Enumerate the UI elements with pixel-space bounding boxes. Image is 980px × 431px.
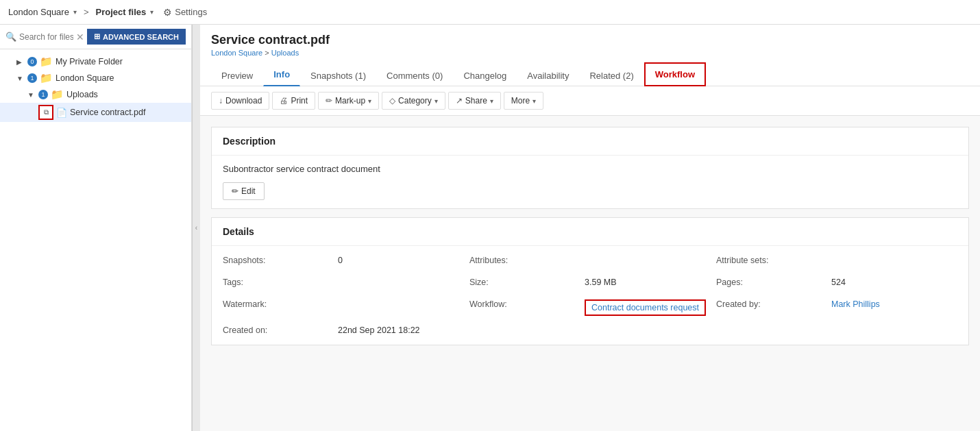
tab-comments-label: Comments (0) (387, 71, 443, 81)
tree-item-london[interactable]: ▼ 1 📁 London Square (0, 70, 191, 86)
tab-info[interactable]: Info (263, 63, 300, 86)
advanced-search-button[interactable]: ⊞ ADVANCED SEARCH (87, 29, 186, 45)
folder-icon-london: 📁 (40, 72, 53, 84)
tabs: Preview Info Snapshots (1) Comments (0) … (211, 62, 969, 86)
settings-label: Settings (175, 7, 207, 17)
workflow-label: Workflow: (469, 299, 579, 316)
content-area: Service contract.pdf London Square > Upl… (200, 25, 980, 431)
pages-label: Pages: (716, 278, 826, 287)
print-icon: 🖨 (280, 96, 288, 106)
project-breadcrumb[interactable]: London Square (8, 7, 69, 17)
section-dropdown-icon[interactable]: ▾ (150, 8, 154, 16)
created-on-value: 22nd Sep 2021 18:22 (338, 325, 420, 335)
size-value: 3.59 MB (585, 278, 711, 287)
search-input[interactable] (19, 32, 73, 42)
search-icon: 🔍 (5, 32, 16, 42)
attributes-label: Attributes: (469, 256, 579, 265)
category-icon: ◇ (389, 96, 395, 106)
markup-button[interactable]: ✏ Mark-up ▾ (318, 92, 379, 110)
tab-related[interactable]: Related (2) (579, 64, 644, 86)
breadcrumb-uploads-link[interactable]: Uploads (271, 49, 299, 57)
breadcrumb-sep2: > (265, 49, 271, 57)
tags-value (338, 278, 464, 287)
tree-item-private[interactable]: ▶ 0 📁 My Private Folder (0, 53, 191, 70)
collapse-icon-1: ‹ (195, 224, 197, 232)
details-title: Details (212, 218, 968, 246)
adv-search-icon: ⊞ (94, 32, 100, 41)
top-bar: London Square ▾ > Project files ▾ ⚙ Sett… (0, 0, 980, 25)
project-dropdown-icon[interactable]: ▾ (73, 8, 77, 16)
tree-item-contract[interactable]: ⧉ 📄 Service contract.pdf (0, 103, 191, 122)
workflow-value[interactable]: Contract documents request (585, 299, 706, 316)
search-clear-icon[interactable]: ✕ (76, 32, 84, 42)
created-on-row: Created on: 22nd Sep 2021 18:22 (212, 325, 968, 345)
description-section: Description Subontractor service contrac… (211, 127, 969, 209)
description-title: Description (212, 127, 968, 156)
created-on-label: Created on: (223, 325, 332, 335)
print-label: Print (291, 96, 308, 106)
tab-workflow[interactable]: Workflow (644, 62, 706, 86)
markup-dropdown-icon: ▾ (368, 97, 371, 105)
tab-preview-label: Preview (221, 71, 253, 81)
file-tree: ▶ 0 📁 My Private Folder ▼ 1 📁 London Squ… (0, 49, 191, 431)
badge-uploads: 1 (38, 90, 48, 99)
download-label: Download (225, 96, 262, 106)
tab-preview[interactable]: Preview (211, 64, 263, 86)
watermark-value (338, 299, 464, 316)
attribute-sets-label: Attribute sets: (716, 256, 826, 265)
tab-snapshots[interactable]: Snapshots (1) (300, 64, 376, 86)
tab-changelog-label: Changelog (463, 71, 506, 81)
description-text: Subontractor service contract document (223, 164, 957, 174)
pages-value: 524 (831, 278, 957, 287)
created-by-label: Created by: (716, 299, 826, 316)
tab-snapshots-label: Snapshots (1) (310, 71, 366, 81)
print-button[interactable]: 🖨 Print (272, 92, 315, 110)
tree-item-uploads[interactable]: ▼ 1 📁 Uploads (0, 86, 191, 103)
collapse-handle[interactable]: ‹ (192, 25, 200, 431)
more-button[interactable]: More ▾ (504, 92, 543, 110)
main-content: Description Subontractor service contrac… (200, 116, 980, 431)
breadcrumb-project-link[interactable]: London Square (211, 49, 262, 57)
category-dropdown-icon: ▾ (434, 97, 438, 105)
edit-icon: ✏ (232, 186, 238, 196)
share-icon: ↗ (456, 96, 463, 106)
category-label: Category (398, 96, 432, 106)
file-icon-contract: 📄 (56, 108, 67, 118)
badge-private: 0 (27, 57, 37, 66)
tab-changelog[interactable]: Changelog (453, 64, 517, 86)
adv-search-label: ADVANCED SEARCH (103, 33, 179, 41)
main-layout: 🔍 ✕ ⊞ ADVANCED SEARCH ▶ 0 📁 My Private F… (0, 25, 980, 431)
folder-icon-private: 📁 (40, 56, 53, 68)
section-breadcrumb[interactable]: Project files (96, 7, 147, 17)
tab-info-label: Info (273, 69, 290, 79)
more-dropdown-icon: ▾ (532, 97, 536, 105)
settings-link[interactable]: ⚙ Settings (163, 7, 207, 18)
edit-button[interactable]: ✏ Edit (223, 182, 265, 200)
tab-availability[interactable]: Availability (517, 64, 579, 86)
tab-comments[interactable]: Comments (0) (376, 64, 453, 86)
share-button[interactable]: ↗ Share ▾ (448, 92, 501, 110)
watermark-label: Watermark: (223, 299, 332, 316)
download-button[interactable]: ↓ Download (211, 92, 269, 110)
created-by-value[interactable]: Mark Phillips (831, 299, 957, 316)
category-button[interactable]: ◇ Category ▾ (382, 92, 445, 110)
attribute-sets-value (831, 256, 957, 265)
badge-london: 1 (27, 73, 37, 83)
download-icon: ↓ (219, 96, 223, 106)
details-section: Details Snapshots: 0 Attributes: Attribu… (211, 217, 969, 345)
tree-label-contract: Service contract.pdf (70, 108, 186, 117)
workflow-value-cell: Contract documents request (585, 299, 711, 316)
edit-label: Edit (241, 186, 256, 196)
file-title: Service contract.pdf (211, 33, 969, 47)
markup-label: Mark-up (335, 96, 365, 106)
tab-related-label: Related (2) (589, 71, 633, 81)
sidebar: 🔍 ✕ ⊞ ADVANCED SEARCH ▶ 0 📁 My Private F… (0, 25, 192, 431)
tab-availability-label: Availability (527, 71, 569, 81)
share-label: Share (465, 96, 487, 106)
description-body: Subontractor service contract document ✏… (212, 156, 968, 208)
snapshots-value: 0 (338, 256, 464, 265)
tree-arrow-uploads: ▼ (27, 91, 36, 99)
breadcrumb-sep1: > (84, 7, 89, 17)
workflow-tree-icon: ⧉ (44, 108, 49, 116)
folder-icon-uploads: 📁 (51, 88, 64, 101)
